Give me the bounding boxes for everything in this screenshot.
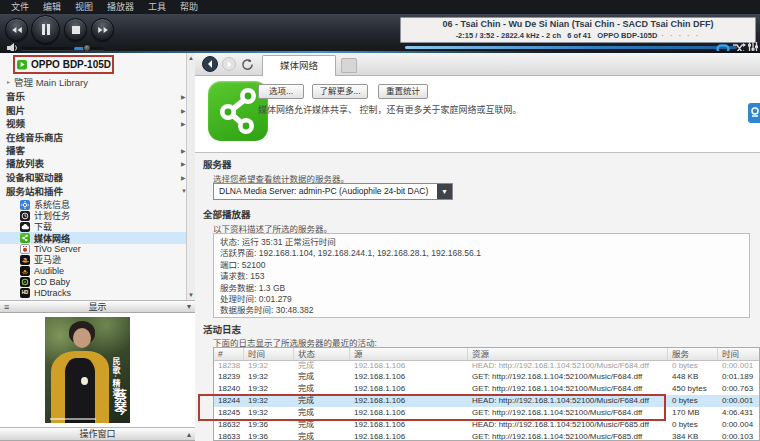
menu-edit[interactable]: 编辑 — [36, 0, 68, 14]
table-row[interactable]: 1824019:32完成192.168.1.106GET: http://192… — [214, 383, 759, 395]
media-network-header: 选项... 了解更多... 重置统计 媒体网络允许媒体共享、 控制，还有更多关于… — [195, 76, 760, 153]
sidebar-item-hdtracks[interactable]: HD HDtracks — [0, 287, 186, 298]
rating-dots[interactable]: · · · · · — [662, 31, 701, 40]
previous-button[interactable] — [5, 18, 28, 41]
status-line: 活跃界面: 192.168.1.104, 192.168.244.1, 192.… — [220, 248, 743, 259]
col-header-number[interactable]: # — [214, 348, 244, 360]
sidebar-item-oppo-device[interactable]: OPPO BDP-105D — [0, 56, 186, 73]
reset-stats-button[interactable]: 重置统计 — [378, 84, 428, 99]
sidebar-scrollbar[interactable]: ▲ ▼ — [186, 53, 195, 300]
menu-view[interactable]: 视图 — [68, 0, 100, 14]
item-label: 服务站和插件 — [6, 184, 63, 197]
cell: HEAD: http://192.168.1.104:52100/Music/F… — [468, 395, 668, 407]
chevron-right-icon[interactable]: ▶ — [181, 106, 186, 113]
server-section-title: 服务器 — [203, 157, 232, 171]
item-label: HDtracks — [34, 288, 71, 298]
sidebar-item-music[interactable]: 音乐 ▶ — [0, 89, 186, 102]
table-row[interactable]: 1824519:32完成192.168.1.106GET: http://192… — [214, 407, 759, 419]
display-panel-bar[interactable]: ≡ 显示 ▾ — [0, 300, 195, 313]
item-label: 图片 — [6, 103, 25, 116]
item-label: 视频 — [6, 116, 25, 129]
sidebar-item-online-store[interactable]: 在线音乐商店 — [0, 130, 186, 143]
sidebar-item-scheduled-tasks[interactable]: 计划任务 — [0, 210, 186, 221]
sidebar-item-amazon[interactable]: a 亚马逊 — [0, 254, 186, 265]
scroll-up-icon[interactable]: ▲ — [187, 55, 195, 61]
cell: 完成 — [294, 395, 350, 407]
sidebar-item-services-plugins[interactable]: 服务站和插件 ▼ — [0, 184, 186, 197]
sidebar-item-tivo-server[interactable]: TiVo Server — [0, 243, 186, 254]
cell: 19:32 — [244, 407, 294, 419]
menu-tools[interactable]: 工具 — [141, 0, 173, 14]
cell: 完成 — [294, 419, 350, 431]
album-art-pane: 民歌·精選 蔡琴 — [0, 313, 195, 427]
col-header-served[interactable]: 服务 — [668, 348, 718, 360]
sidebar-item-main-library[interactable]: ▸ 管理 Main Library — [0, 75, 186, 88]
volume-slider[interactable] — [21, 47, 104, 50]
list-menu-icon[interactable]: ≡ — [4, 301, 9, 313]
sidebar-item-audible[interactable]: Audible — [0, 265, 186, 276]
cell: HEAD: http://192.168.1.104:52100/Music/F… — [468, 419, 668, 431]
sidebar-item-cd-baby[interactable]: CD Baby — [0, 276, 186, 287]
table-row[interactable]: 1863219:36完成192.168.1.106HEAD: http://19… — [214, 419, 759, 431]
sidebar-item-downloads[interactable]: 下载 — [0, 221, 186, 232]
expander-icon[interactable]: ▸ — [7, 78, 10, 85]
seek-bar[interactable] — [405, 46, 737, 49]
col-header-source[interactable]: 源 — [350, 348, 468, 360]
audible-icon — [20, 266, 30, 276]
sidebar-item-playlists[interactable]: 播放列表 ▶ — [0, 156, 186, 169]
collapse-icon[interactable]: ▾ — [187, 301, 191, 313]
item-label: 音乐 — [6, 89, 25, 102]
table-row[interactable]: 1823919:32完成192.168.1.106GET: http://192… — [214, 371, 759, 383]
connect-icon[interactable] — [748, 103, 760, 123]
table-row-selected[interactable]: 1824419:32完成192.168.1.106HEAD: http://19… — [214, 395, 759, 407]
menu-player[interactable]: 播放器 — [100, 0, 141, 14]
status-line: 状态: 运行 35:31 正常运行时间 — [220, 237, 743, 248]
server-dropdown[interactable]: DLNA Media Server: admin-PC (Audiophile … — [213, 183, 453, 200]
refresh-icon[interactable] — [241, 58, 254, 71]
menu-file[interactable]: 文件 — [4, 0, 36, 14]
pause-button[interactable] — [31, 15, 60, 44]
options-button[interactable]: 选项... — [258, 84, 304, 99]
tivo-icon — [20, 244, 30, 254]
col-header-duration[interactable]: 时间 — [718, 348, 760, 360]
chevron-right-icon[interactable]: ▶ — [181, 159, 186, 166]
album-art-artist: 蔡琴 — [110, 389, 129, 415]
cell: 0:00.763 — [718, 383, 760, 395]
sidebar-item-devices-drives[interactable]: 设备和驱动器 ▶ — [0, 170, 186, 183]
cell: HEAD: http://192.168.1.104:52100/Music/F… — [468, 361, 668, 371]
chevron-right-icon[interactable]: ▶ — [181, 119, 186, 126]
new-tab-button[interactable] — [341, 58, 357, 73]
tab-media-network[interactable]: 媒体网络 — [262, 55, 336, 76]
chevron-right-icon[interactable]: ▶ — [181, 173, 186, 180]
chevron-right-icon[interactable]: ▶ — [181, 146, 186, 153]
sidebar-item-video[interactable]: 视频 ▶ — [0, 116, 186, 129]
expand-up-icon[interactable]: ▴ — [187, 428, 191, 441]
back-button[interactable] — [202, 56, 218, 72]
cell: 18238 — [214, 361, 244, 371]
col-header-status[interactable]: 状态 — [294, 348, 350, 360]
cell: 完成 — [294, 431, 350, 441]
table-row[interactable]: 1823819:32完成192.168.1.106HEAD: http://19… — [214, 361, 759, 371]
forward-button[interactable] — [222, 57, 236, 71]
col-header-time[interactable]: 时间 — [244, 348, 294, 360]
tab-label: 媒体网络 — [280, 60, 318, 71]
album-art-face — [73, 328, 91, 348]
action-window-bar[interactable]: 操作窗口 ▴ — [0, 427, 195, 441]
sidebar-item-podcast[interactable]: 播客 ▶ — [0, 143, 186, 156]
dropdown-arrow-icon[interactable]: ▼ — [437, 184, 452, 199]
sidebar-item-system-info[interactable]: 系统信息 — [0, 199, 186, 210]
clock-icon — [20, 211, 30, 221]
stop-button[interactable] — [64, 18, 87, 41]
sidebar-item-images[interactable]: 图片 ▶ — [0, 103, 186, 116]
learn-more-button[interactable]: 了解更多... — [312, 84, 368, 99]
album-art-vest — [65, 358, 95, 423]
col-header-resource[interactable]: 资源 — [468, 348, 668, 360]
table-row[interactable]: 1863319:36完成192.168.1.106GET: http://192… — [214, 431, 759, 441]
next-button[interactable] — [91, 18, 114, 41]
cell: 完成 — [294, 361, 350, 371]
scroll-down-icon[interactable]: ▼ — [187, 292, 195, 298]
item-label: 在线音乐商店 — [6, 130, 63, 143]
cell: 0 bytes — [668, 361, 718, 371]
chevron-right-icon[interactable]: ▶ — [181, 92, 186, 99]
menu-help[interactable]: 帮助 — [173, 0, 205, 14]
